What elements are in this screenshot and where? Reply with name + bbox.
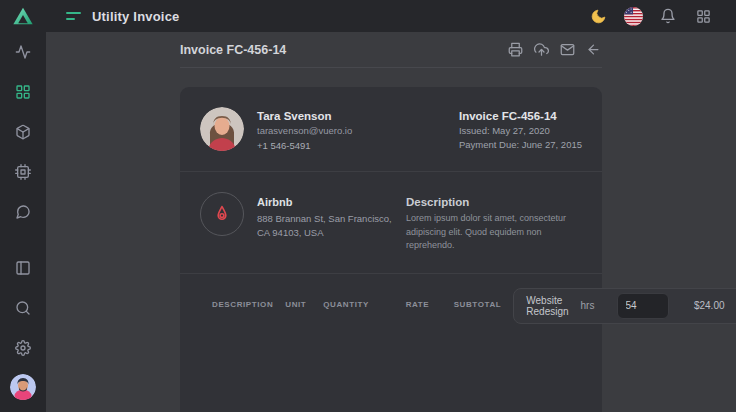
item-unit: hrs <box>569 300 607 311</box>
user-avatar[interactable] <box>10 374 36 400</box>
description-block: Description Lorem ipsum dolor sit amet, … <box>406 192 582 253</box>
us-flag-icon[interactable] <box>622 5 644 27</box>
company-address-line1: 888 Brannan St, San Francisco, <box>257 213 392 224</box>
sidebar-item-messages[interactable] <box>7 196 39 228</box>
company-name: Airbnb <box>257 196 392 208</box>
company-address-line2: CA 94103, USA <box>257 227 324 238</box>
sidebar-item-components[interactable] <box>7 156 39 188</box>
quantity-input[interactable] <box>617 293 669 319</box>
company-address: 888 Brannan St, San Francisco, CA 94103,… <box>257 212 392 241</box>
item-subtotal: $1,296.00 <box>725 300 736 311</box>
customer-phone: +1 546-5491 <box>257 140 352 151</box>
app-logo-icon[interactable] <box>0 0 46 32</box>
line-items-section: DESCRIPTION UNIT QUANTITY RATE SUBTOTAL … <box>180 273 602 338</box>
customer-avatar <box>200 107 244 151</box>
header-quantity: QUANTITY <box>311 300 371 309</box>
page-title: Invoice FC-456-14 <box>180 43 286 57</box>
mail-icon[interactable] <box>559 41 576 58</box>
bell-icon[interactable] <box>657 5 679 27</box>
table-header: DESCRIPTION UNIT QUANTITY RATE SUBTOTAL <box>200 288 513 321</box>
sidebar-item-dashboard[interactable] <box>7 76 39 108</box>
topbar: Utility Invoice <box>0 0 736 32</box>
invoice-number: Invoice FC-456-14 <box>459 110 582 122</box>
invoice-meta: Invoice FC-456-14 Issued: May 27, 2020 P… <box>459 107 582 151</box>
gear-icon[interactable] <box>7 332 39 364</box>
airbnb-logo-icon <box>200 192 244 236</box>
app-title: Utility Invoice <box>92 9 180 24</box>
header-rate: RATE <box>371 300 429 309</box>
sidebar-item-activity[interactable] <box>7 36 39 68</box>
sidebar-bottom <box>7 248 39 412</box>
sidebar <box>0 0 46 412</box>
table-row: Website Redesign hrs $24.00 $1,296.00 <box>513 288 736 324</box>
item-rate: $24.00 <box>667 300 725 311</box>
menu-toggle-icon[interactable] <box>66 12 81 20</box>
page-header: Invoice FC-456-14 <box>180 32 602 68</box>
customer-info: Tara Svenson tarasvenson@vuero.io +1 546… <box>257 107 352 151</box>
print-icon[interactable] <box>507 41 524 58</box>
company-info: Airbnb 888 Brannan St, San Francisco, CA… <box>257 192 392 253</box>
description-body: Lorem ipsum dolor sit amet, consectetur … <box>406 212 582 253</box>
topbar-actions <box>587 5 714 27</box>
sidebar-item-products[interactable] <box>7 116 39 148</box>
page-actions <box>507 41 602 58</box>
header-description: DESCRIPTION <box>200 300 273 309</box>
header-subtotal: SUBTOTAL <box>429 300 513 309</box>
panel-layout-icon[interactable] <box>7 252 39 284</box>
invoice-card: Tara Svenson tarasvenson@vuero.io +1 546… <box>180 87 602 412</box>
cloud-upload-icon[interactable] <box>533 41 550 58</box>
description-title: Description <box>406 196 582 208</box>
company-section: Airbnb 888 Brannan St, San Francisco, CA… <box>180 171 602 273</box>
customer-name: Tara Svenson <box>257 110 352 122</box>
arrow-left-icon[interactable] <box>585 41 602 58</box>
apps-grid-icon[interactable] <box>692 5 714 27</box>
invoice-due: Payment Due: June 27, 2015 <box>459 139 582 150</box>
invoice-issued: Issued: May 27, 2020 <box>459 125 582 136</box>
moon-icon[interactable] <box>587 5 609 27</box>
customer-section: Tara Svenson tarasvenson@vuero.io +1 546… <box>180 87 602 171</box>
customer-email: tarasvenson@vuero.io <box>257 125 352 136</box>
main-area: Invoice FC-456-14 <box>46 32 736 412</box>
search-icon[interactable] <box>7 292 39 324</box>
item-description: Website Redesign <box>514 295 568 317</box>
header-unit: UNIT <box>273 300 311 309</box>
